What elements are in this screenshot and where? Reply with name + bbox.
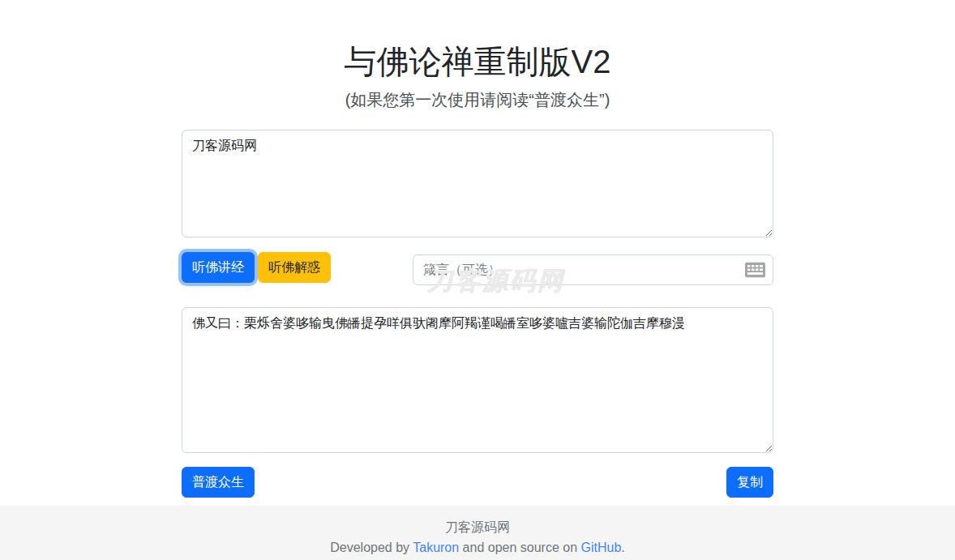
author-link[interactable]: Takuron — [413, 541, 459, 554]
github-link[interactable]: GitHub — [581, 541, 622, 554]
mode-controls-row: 听佛讲经 听佛解惑 — [182, 252, 773, 285]
copy-button[interactable]: 复制 — [726, 467, 773, 498]
main-content: 刀客源码网 听佛讲经 听佛解惑 — [182, 130, 773, 498]
page-subtitle: (如果您第一次使用请阅读“普渡众生”) — [0, 88, 955, 112]
help-button[interactable]: 普渡众生 — [182, 467, 255, 498]
output-textarea[interactable]: 佛又曰：栗烁舍婆哆输曳佛皤提孕咩俱驮阇摩阿羯谨喝皤室哆婆嚧吉婆输陀伽吉摩穆漫 — [182, 307, 773, 453]
listen-sutra-button[interactable]: 听佛讲经 — [182, 252, 255, 283]
plaintext-textarea[interactable]: 刀客源码网 — [182, 130, 773, 237]
keyboard-icon[interactable] — [745, 263, 765, 278]
actions-row: 普渡众生 复制 — [182, 467, 773, 498]
footer-credit: Developed by Takuron and open source on … — [0, 537, 955, 558]
footer-credit-prefix: Developed by — [330, 541, 413, 554]
mantra-field-wrapper — [413, 254, 773, 285]
mantra-input[interactable] — [413, 254, 773, 285]
page-title: 与佛论禅重制版V2 — [0, 42, 955, 81]
listen-answer-button[interactable]: 听佛解惑 — [258, 252, 331, 283]
page: 与佛论禅重制版V2 (如果您第一次使用请阅读“普渡众生”) 刀客源码网 听佛讲经… — [0, 42, 955, 560]
page-footer: 刀客源码网 Developed by Takuron and open sour… — [0, 506, 955, 560]
footer-site-name: 刀客源码网 — [0, 517, 955, 537]
footer-credit-middle: and open source on — [459, 541, 580, 554]
footer-credit-suffix: . — [621, 541, 624, 554]
